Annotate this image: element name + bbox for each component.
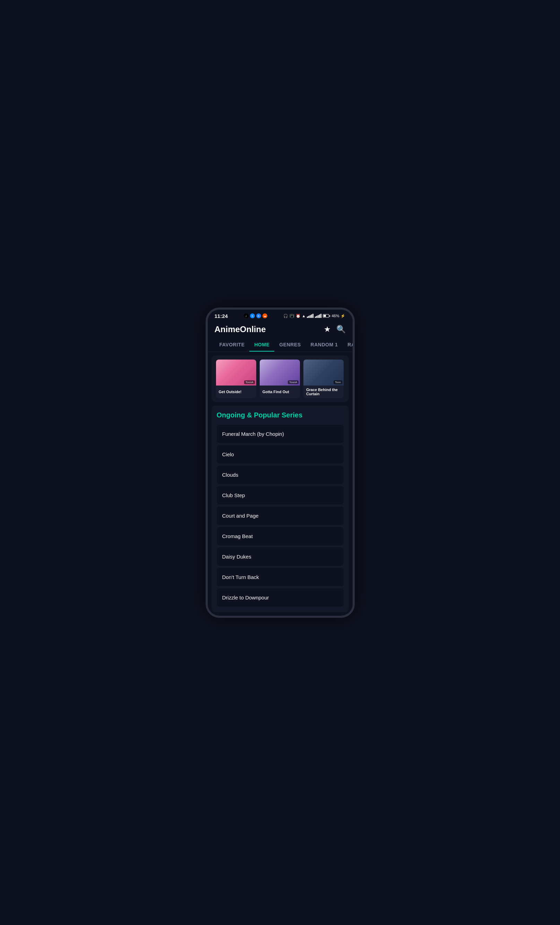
featured-card-3[interactable]: Toon Grace Behind the Curtain	[303, 360, 344, 398]
header-icons: ★ 🔍	[324, 325, 346, 334]
series-list: Funeral March (by Chopin) Cielo Clouds C…	[217, 425, 344, 607]
vibrate-icon: 📳	[289, 314, 294, 318]
status-bar: 11:24 ♪ S B ☁ 🎧 📳 ⏰ ▲	[208, 310, 353, 321]
phone-frame: 11:24 ♪ S B ☁ 🎧 📳 ⏰ ▲	[206, 307, 355, 618]
tab-genres[interactable]: GENRES	[274, 338, 306, 351]
series-item-6[interactable]: Daisy Dukes	[217, 547, 344, 566]
featured-card-1[interactable]: ToonA Get Outside!	[216, 360, 256, 398]
shazam-icon: S	[250, 313, 255, 318]
app-title: AnimeOnline	[215, 324, 266, 334]
battery-indicator	[323, 314, 330, 318]
tab-random1[interactable]: RANDOM 1	[306, 338, 343, 351]
soundcloud-icon: ☁	[262, 313, 267, 318]
card-label-overlay-1: ToonA	[244, 380, 255, 384]
card-title-1: Get Outside!	[216, 386, 256, 398]
series-item-3[interactable]: Club Step	[217, 486, 344, 505]
search-icon[interactable]: 🔍	[336, 325, 346, 334]
popular-section: Ongoing & Popular Series Funeral March (…	[212, 406, 348, 612]
wifi-icon: ▲	[302, 314, 306, 318]
featured-cards-row: ToonA Get Outside! ToonA Gotta Find Out …	[216, 360, 344, 398]
tab-favorite[interactable]: FAVORITE	[215, 338, 250, 351]
signal-bars-2	[315, 314, 321, 318]
status-icons-left: ♪ S B ☁	[244, 313, 267, 318]
series-item-1[interactable]: Cielo	[217, 445, 344, 464]
card-label-overlay-2: ToonA	[288, 380, 298, 384]
card-title-2: Gotta Find Out	[260, 386, 300, 398]
tiktok-icon: ♪	[244, 313, 248, 318]
tab-ra[interactable]: RA...	[343, 338, 352, 351]
bluetooth-icon: B	[256, 313, 261, 318]
series-item-4[interactable]: Court and Page	[217, 506, 344, 525]
card-label-overlay-3: Toon	[334, 380, 342, 384]
featured-section: ToonA Get Outside! ToonA Gotta Find Out …	[212, 356, 348, 402]
card-title-3: Grace Behind the Curtain	[303, 386, 344, 398]
series-item-5[interactable]: Cromag Beat	[217, 527, 344, 545]
card-thumbnail-2: ToonA	[260, 360, 300, 386]
star-icon[interactable]: ★	[324, 325, 331, 334]
series-item-8[interactable]: Drizzle to Downpour	[217, 588, 344, 607]
series-item-7[interactable]: Don't Turn Back	[217, 568, 344, 586]
status-icons-right: 🎧 📳 ⏰ ▲	[283, 314, 346, 318]
signal-bars	[307, 314, 313, 318]
charging-icon: ⚡	[340, 314, 345, 318]
nav-tabs: FAVORITE HOME GENRES RANDOM 1 RA...	[208, 338, 353, 352]
series-item-0[interactable]: Funeral March (by Chopin)	[217, 425, 344, 443]
card-thumbnail-1: ToonA	[216, 360, 256, 386]
card-thumbnail-3: Toon	[303, 360, 344, 386]
alarm-icon: ⏰	[296, 314, 301, 318]
status-time: 11:24	[215, 313, 228, 319]
featured-card-2[interactable]: ToonA Gotta Find Out	[260, 360, 300, 398]
section-title: Ongoing & Popular Series	[217, 411, 344, 419]
series-item-2[interactable]: Clouds	[217, 466, 344, 484]
battery-percent: 46%	[331, 314, 339, 318]
tab-home[interactable]: HOME	[249, 338, 274, 351]
headphone-icon: 🎧	[283, 314, 288, 318]
app-header: AnimeOnline ★ 🔍	[208, 321, 353, 338]
